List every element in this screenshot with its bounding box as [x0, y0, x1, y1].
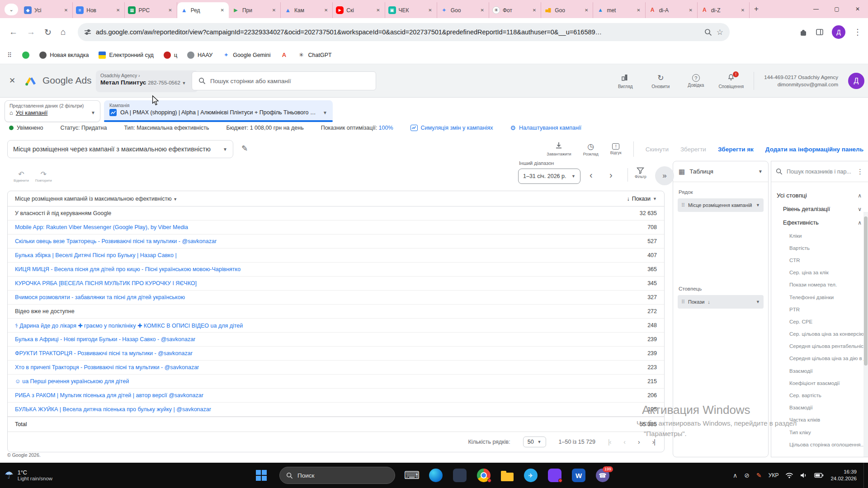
- metric-item[interactable]: Взаємодії: [771, 365, 868, 377]
- table-row[interactable]: Хто в причепі Тракторця - Розвиваючі піс…: [8, 361, 664, 375]
- home-button[interactable]: ⌂: [61, 27, 66, 37]
- metrics-search-input[interactable]: Пошук показників і пар... ⋮: [771, 161, 868, 182]
- tab-close-icon[interactable]: ✕: [167, 7, 173, 13]
- browser-tab[interactable]: ▲met✕: [593, 2, 645, 18]
- drag-handle-icon[interactable]: ⠿: [681, 299, 685, 305]
- weather-widget[interactable]: ☂ 1°C Light rain/snow: [5, 463, 52, 488]
- browser-tab[interactable]: ▅█Goo✕: [541, 2, 593, 18]
- row-dimension-chip[interactable]: ⠿ Місце розміщення кампаній із м... ▼: [678, 198, 764, 212]
- table-row[interactable]: Mobile App: Rakuten Viber Messenger (Goo…: [8, 221, 664, 235]
- browser-tab[interactable]: ▶Скі✕: [333, 2, 385, 18]
- placement-link[interactable]: ☺ ua Перші речення українською для дітей: [15, 378, 129, 385]
- metric-item[interactable]: Кліки: [771, 230, 868, 242]
- add-to-dashboard-button[interactable]: Додати на інформаційну панель: [765, 146, 863, 153]
- metric-item[interactable]: Покази номера тел.: [771, 279, 868, 291]
- tune-icon[interactable]: [84, 28, 91, 36]
- tab-close-icon[interactable]: ✕: [687, 7, 693, 13]
- placement-link[interactable]: Булька в Африці - Нові пригоди Бульки - …: [15, 336, 195, 343]
- phone-icon[interactable]: ☎199: [596, 469, 609, 482]
- table-row[interactable]: У власності й під керуванням Google32 63…: [8, 206, 664, 221]
- simulation-link[interactable]: Симуляція змін у кампаніях: [410, 125, 493, 131]
- edge-icon[interactable]: [429, 469, 443, 482]
- metric-section-sub[interactable]: Рівень деталізації∨: [771, 202, 868, 216]
- url-text[interactable]: ads.google.com/aw/reporteditor/view?camp…: [96, 28, 700, 36]
- table-row[interactable]: РИБА з РАКОМ | Мультик пісенька для діте…: [8, 389, 664, 403]
- battery-icon[interactable]: [814, 473, 824, 478]
- schedule-button[interactable]: ◷ Розклад: [583, 142, 599, 156]
- maximize-button[interactable]: ▢: [826, 0, 847, 18]
- chrome-icon[interactable]: [477, 469, 491, 482]
- tab-close-icon[interactable]: ✕: [323, 7, 329, 13]
- tab-close-icon[interactable]: ✕: [740, 7, 746, 13]
- first-page-icon[interactable]: |‹: [608, 438, 611, 446]
- extensions-icon[interactable]: [799, 28, 807, 36]
- pen-app-icon[interactable]: ✎: [756, 472, 762, 479]
- tab-close-icon[interactable]: ✕: [531, 7, 538, 13]
- placement-link[interactable]: ⚕ Дарина йде до лікаря ✚ граємо у полікл…: [15, 322, 243, 329]
- table-row[interactable]: ФРУКТИ ТРАКТОРЦЯ - Розвиваючі пісні та м…: [8, 347, 664, 361]
- tab-close-icon[interactable]: ✕: [635, 7, 642, 13]
- collapse-panel-button[interactable]: »: [655, 166, 674, 185]
- metric-item[interactable]: Коефіцієнт взаємодії: [771, 377, 868, 389]
- forward-button[interactable]: →: [27, 27, 35, 37]
- tab-close-icon[interactable]: ✕: [63, 7, 69, 13]
- metric-item[interactable]: Сер. вартість: [771, 389, 868, 401]
- table-row[interactable]: Відео вже не доступне272: [8, 305, 664, 319]
- placement-link[interactable]: ФРУКТИ ТРАКТОРЦЯ - Розвиваючі пісні та м…: [15, 350, 193, 357]
- telegram-icon[interactable]: ✈: [524, 469, 538, 482]
- help-button[interactable]: ? Довідка: [683, 74, 708, 88]
- prev-range-button[interactable]: ‹: [590, 170, 593, 180]
- bookmark-item[interactable]: ✦Google Gemini: [222, 52, 270, 59]
- close-report-icon[interactable]: ✕: [9, 76, 15, 85]
- table-row[interactable]: Булька збірка | Веселі Дитячі Пісні про …: [8, 249, 664, 263]
- metric-item[interactable]: Сер. цільова ціна за конверсію: [771, 328, 868, 340]
- show-desktop-button[interactable]: [863, 463, 865, 488]
- reload-button[interactable]: ↻: [44, 27, 52, 38]
- placement-link[interactable]: КИЦЯ МИЦЯ - Весела пісня для дітей про к…: [15, 266, 241, 272]
- last-page-icon[interactable]: ›|: [652, 438, 655, 446]
- folder-icon[interactable]: [501, 473, 514, 481]
- tab-close-icon[interactable]: ✕: [271, 7, 277, 13]
- placement-link[interactable]: КУРОЧКА РЯБА [ВЕСЕЛА ПІСНЯ МУЛЬТИК ПРО К…: [15, 280, 197, 286]
- agency-breadcrumb[interactable]: Osadchiy Agency: [100, 73, 137, 78]
- tab-close-icon[interactable]: ✕: [115, 7, 121, 13]
- apps-grid-icon[interactable]: ⠿: [7, 52, 12, 59]
- next-range-button[interactable]: ›: [609, 170, 613, 180]
- table-row[interactable]: КИЦЯ МИЦЯ - Весела пісня для дітей про к…: [8, 263, 664, 277]
- browser-tab[interactable]: ▲Ред✕: [177, 2, 229, 18]
- back-button[interactable]: ←: [9, 27, 18, 37]
- volume-icon[interactable]: [800, 472, 807, 479]
- metric-item[interactable]: Середня цільова ціна за дію в дод...: [771, 352, 868, 365]
- browser-tab[interactable]: ≡Нов✕: [73, 2, 125, 18]
- browser-tab[interactable]: Adi-Z✕: [698, 2, 750, 18]
- table-row[interactable]: Скільки овець везе Тракторець - Розвиваю…: [8, 235, 664, 249]
- bookmark-item[interactable]: ц: [164, 52, 177, 59]
- panel-scrollbar[interactable]: [863, 212, 868, 457]
- address-bar[interactable]: ads.google.com/aw/reporteditor/view?camp…: [78, 23, 730, 41]
- refresh-button[interactable]: ↻ Оновити: [648, 73, 673, 89]
- save-button[interactable]: Зберегти: [680, 146, 706, 153]
- tab-search-button[interactable]: ⌄: [5, 4, 18, 15]
- side-panel-icon[interactable]: [816, 28, 824, 36]
- metric-item[interactable]: Сер. ціна за клік: [771, 267, 868, 279]
- undo-button[interactable]: ↶Відмінити: [14, 170, 29, 183]
- browser-tab[interactable]: Adi-A✕: [646, 2, 698, 18]
- save-as-button[interactable]: Зберегти як: [718, 146, 754, 153]
- budget-text[interactable]: Бюджет: 1 008,00 грн на день: [226, 125, 304, 131]
- column-metric-chip[interactable]: ⠿ Покази ↓ ▼: [678, 295, 764, 309]
- rows-per-page-select[interactable]: 50▼: [523, 436, 546, 447]
- campaign-selector[interactable]: Кампанія OA | PMAX (shopping) | Alpha | …: [104, 100, 333, 122]
- metric-item[interactable]: Взаємодії: [771, 402, 868, 414]
- metric-item[interactable]: PTR: [771, 303, 868, 315]
- placement-link[interactable]: РИБА з РАКОМ | Мультик пісенька для діте…: [15, 392, 203, 399]
- optimization-score[interactable]: Показник оптимізації: 100%: [321, 125, 393, 131]
- table-row[interactable]: КУРОЧКА РЯБА [ВЕСЕЛА ПІСНЯ МУЛЬТИК ПРО К…: [8, 277, 664, 291]
- bookmark-star-icon[interactable]: ☆: [717, 28, 723, 37]
- minimize-button[interactable]: —: [806, 0, 826, 18]
- table-row[interactable]: ⚕ Дарина йде до лікаря ✚ граємо у полікл…: [8, 319, 664, 333]
- browser-tab[interactable]: ◆Усі✕: [21, 2, 73, 18]
- ads-profile-avatar[interactable]: Д: [848, 73, 864, 89]
- redo-button[interactable]: ↷Повторити: [35, 170, 52, 183]
- next-page-icon[interactable]: ›: [638, 438, 640, 446]
- metric-item[interactable]: Телефонні дзвінки: [771, 291, 868, 303]
